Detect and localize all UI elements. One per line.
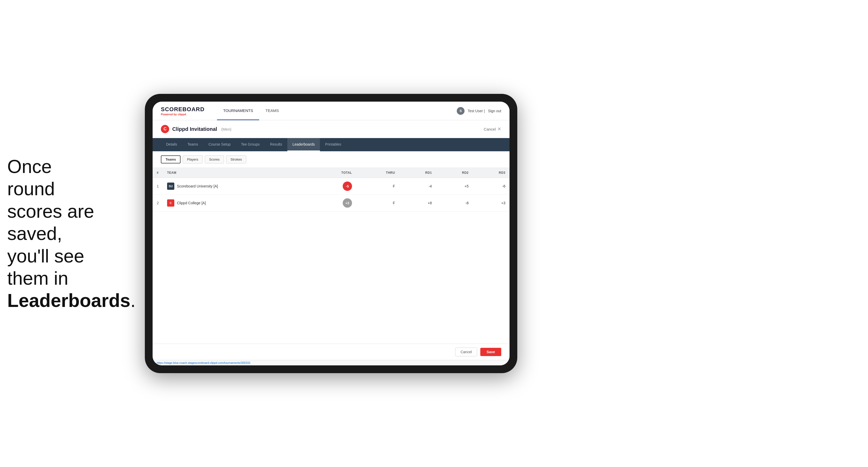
logo-area: SCOREBOARD Powered by clippd bbox=[161, 106, 205, 116]
footer-save-button[interactable]: Save bbox=[480, 348, 501, 356]
row1-rank: 1 bbox=[153, 178, 163, 195]
status-url: https://stage-blue-coach.stagescoreboard… bbox=[157, 361, 250, 364]
sign-out-link[interactable]: Sign out bbox=[488, 109, 501, 113]
row2-rank: 2 bbox=[153, 195, 163, 212]
leaderboard-table-container: # TEAM TOTAL THRU RD1 RD2 RD3 1 bbox=[153, 168, 509, 344]
filter-teams-button[interactable]: Teams bbox=[161, 155, 181, 163]
content-area: C Clippd Invitational (Men) Cancel ✕ Det… bbox=[153, 120, 509, 365]
nav-right: S Test User | Sign out bbox=[457, 107, 501, 115]
tab-course-setup[interactable]: Course Setup bbox=[203, 138, 236, 151]
col-rd1: RD1 bbox=[399, 168, 436, 178]
table-row: 1 SU Scoreboard University [A] -5 F bbox=[153, 178, 509, 195]
nav-teams[interactable]: TEAMS bbox=[259, 102, 285, 120]
user-avatar: S bbox=[457, 107, 465, 115]
row1-rd2: +5 bbox=[436, 178, 473, 195]
row2-total: +3 bbox=[309, 195, 356, 212]
filter-players-button[interactable]: Players bbox=[183, 155, 203, 163]
row2-rd2: -8 bbox=[436, 195, 473, 212]
tab-details[interactable]: Details bbox=[161, 138, 182, 151]
row2-rd3: +3 bbox=[473, 195, 509, 212]
tournament-name: Clippd Invitational bbox=[172, 126, 217, 132]
row1-score-badge: -5 bbox=[343, 182, 352, 191]
tablet-device: SCOREBOARD Powered by clippd TOURNAMENTS… bbox=[145, 94, 517, 373]
tab-teams[interactable]: Teams bbox=[182, 138, 203, 151]
col-thru: THRU bbox=[356, 168, 399, 178]
logo-text: SCOREBOARD bbox=[161, 106, 205, 113]
tab-printables[interactable]: Printables bbox=[320, 138, 346, 151]
col-team: TEAM bbox=[163, 168, 309, 178]
tab-results[interactable]: Results bbox=[265, 138, 287, 151]
tournament-title: C Clippd Invitational (Men) bbox=[161, 125, 231, 133]
nav-links: TOURNAMENTS TEAMS bbox=[217, 102, 457, 120]
col-total: TOTAL bbox=[309, 168, 356, 178]
logo-powered: Powered by clippd bbox=[161, 113, 205, 116]
nav-tournaments[interactable]: TOURNAMENTS bbox=[217, 102, 259, 120]
filter-strokes-button[interactable]: Strokes bbox=[226, 155, 246, 163]
tournament-cancel-button[interactable]: Cancel ✕ bbox=[484, 126, 501, 132]
row2-team: C Clippd College [A] bbox=[163, 195, 309, 212]
cancel-x-icon: ✕ bbox=[497, 126, 501, 132]
top-nav: SCOREBOARD Powered by clippd TOURNAMENTS… bbox=[153, 102, 509, 120]
tablet-screen: SCOREBOARD Powered by clippd TOURNAMENTS… bbox=[153, 102, 509, 365]
footer: Cancel Save bbox=[153, 344, 509, 360]
row2-thru: F bbox=[356, 195, 399, 212]
tournament-header: C Clippd Invitational (Men) Cancel ✕ bbox=[153, 120, 509, 138]
row1-rd3: -6 bbox=[473, 178, 509, 195]
tab-tee-groups[interactable]: Tee Groups bbox=[236, 138, 265, 151]
tournament-icon: C bbox=[161, 125, 169, 133]
row1-total: -5 bbox=[309, 178, 356, 195]
status-bar: https://stage-blue-coach.stagescoreboard… bbox=[153, 360, 509, 365]
intro-text: Once round scores are saved, you'll see … bbox=[7, 155, 100, 312]
row2-team-logo: C bbox=[167, 199, 174, 207]
filter-row: Teams Players Scores Strokes bbox=[153, 151, 509, 168]
footer-cancel-button[interactable]: Cancel bbox=[455, 347, 477, 356]
user-name: Test User | bbox=[468, 109, 485, 113]
sub-nav: Details Teams Course Setup Tee Groups Re… bbox=[153, 138, 509, 151]
tab-leaderboards[interactable]: Leaderboards bbox=[287, 138, 320, 151]
row1-rd1: -4 bbox=[399, 178, 436, 195]
row1-team-logo: SU bbox=[167, 183, 174, 190]
row1-team: SU Scoreboard University [A] bbox=[163, 178, 309, 195]
row1-thru: F bbox=[356, 178, 399, 195]
table-header: # TEAM TOTAL THRU RD1 RD2 RD3 bbox=[153, 168, 509, 178]
tournament-category: (Men) bbox=[221, 127, 231, 131]
table-row: 2 C Clippd College [A] +3 F bbox=[153, 195, 509, 212]
filter-scores-button[interactable]: Scores bbox=[205, 155, 224, 163]
table-body: 1 SU Scoreboard University [A] -5 F bbox=[153, 178, 509, 212]
leaderboard-table: # TEAM TOTAL THRU RD1 RD2 RD3 1 bbox=[153, 168, 509, 212]
col-rd3: RD3 bbox=[473, 168, 509, 178]
row2-rd1: +8 bbox=[399, 195, 436, 212]
col-rank: # bbox=[153, 168, 163, 178]
col-rd2: RD2 bbox=[436, 168, 473, 178]
row2-score-badge: +3 bbox=[343, 198, 352, 208]
